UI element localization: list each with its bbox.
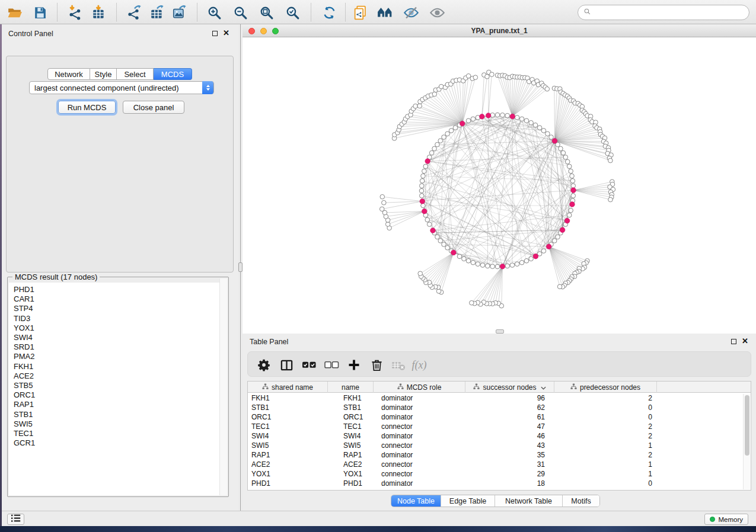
memory-button[interactable]: Memory: [704, 514, 748, 525]
cell: PHD1: [328, 479, 374, 488]
search-box[interactable]: [578, 5, 749, 20]
mcds-result-item[interactable]: RAP1: [14, 400, 219, 409]
tab-select[interactable]: Select: [117, 68, 154, 80]
export-image-icon[interactable]: [171, 4, 189, 21]
column-header-name[interactable]: name: [328, 382, 374, 393]
control-panel-float-icon[interactable]: [212, 31, 218, 36]
zoom-out-icon[interactable]: [231, 4, 249, 21]
save-session-icon[interactable]: [31, 4, 49, 21]
mcds-result-item[interactable]: STP4: [14, 304, 219, 313]
mcds-result-item[interactable]: PMA2: [14, 352, 219, 361]
delete-column-icon[interactable]: [369, 357, 384, 373]
cell: dominator: [374, 403, 465, 412]
cell: ACE2: [248, 460, 328, 469]
horizontal-splitter-handle[interactable]: [496, 329, 504, 334]
table-row[interactable]: YOX1YOX1connector291: [248, 469, 743, 479]
first-neighbors-icon[interactable]: [376, 4, 394, 21]
cell: 46: [465, 431, 554, 441]
cell: SWI4: [328, 431, 374, 441]
column-header-shared-name[interactable]: shared name: [248, 382, 328, 393]
cell: RAP1: [328, 450, 374, 460]
export-table-icon[interactable]: [148, 4, 166, 21]
table-row[interactable]: ACE2ACE2connector311: [248, 460, 743, 469]
mcds-result-item[interactable]: GCR1: [14, 438, 219, 448]
new-network-from-selection-icon[interactable]: [351, 4, 369, 21]
network-canvas[interactable]: [243, 37, 756, 334]
mcds-result-item[interactable]: YOX1: [14, 323, 219, 333]
show-all-icon[interactable]: [428, 4, 446, 21]
mcds-result-item[interactable]: STB1: [14, 410, 219, 419]
hide-selected-icon[interactable]: [402, 4, 420, 21]
import-table-icon[interactable]: [90, 4, 108, 21]
control-panel-close-icon[interactable]: ✕: [223, 30, 229, 36]
cell: 2: [554, 393, 657, 403]
table-row[interactable]: TEC1TEC1connector472: [248, 422, 743, 431]
tab-mcds[interactable]: MCDS: [154, 68, 192, 80]
show-columns-icon[interactable]: [279, 357, 294, 373]
cell: 35: [465, 450, 554, 460]
splitter-handle[interactable]: [238, 262, 243, 272]
network-graph[interactable]: [243, 37, 756, 334]
vertical-splitter[interactable]: [238, 24, 243, 511]
mcds-result-item[interactable]: SRD1: [14, 342, 219, 352]
network-window-titlebar[interactable]: YPA_prune.txt_1: [243, 24, 756, 37]
desktop-wallpaper-strip: [0, 526, 756, 532]
cell: PHD1: [248, 479, 328, 488]
tab-network-table[interactable]: Network Table: [495, 495, 562, 507]
apply-layout-icon[interactable]: [320, 4, 338, 21]
zoom-fit-icon[interactable]: [257, 4, 275, 21]
export-network-icon[interactable]: [126, 4, 143, 21]
column-header-successor-nodes[interactable]: successor nodes: [465, 382, 554, 393]
mcds-result-item[interactable]: ACE2: [14, 371, 219, 381]
task-history-button[interactable]: [7, 514, 24, 525]
table-row[interactable]: SWI5SWI5connector431: [248, 441, 743, 450]
mcds-result-item[interactable]: STB5: [14, 381, 219, 390]
tab-motifs[interactable]: Motifs: [562, 495, 599, 507]
mcds-result-item[interactable]: ORC1: [14, 390, 219, 400]
table-row[interactable]: STB1STB1dominator620: [248, 403, 743, 412]
table-scrollbar[interactable]: [743, 394, 750, 489]
mcds-result-title: MCDS result (17 nodes): [12, 273, 100, 281]
table-row[interactable]: SWI4SWI4dominator462: [248, 431, 743, 441]
column-header-predecessor-nodes[interactable]: predecessor nodes: [554, 382, 657, 393]
mcds-list-scrollbar[interactable]: [219, 278, 227, 495]
cell: SWI5: [328, 441, 374, 450]
select-all-icon[interactable]: [301, 357, 317, 373]
open-file-icon[interactable]: [6, 4, 24, 21]
table-options-icon[interactable]: [256, 357, 272, 373]
mcds-result-item[interactable]: CAR1: [14, 294, 219, 304]
tab-edge-table[interactable]: Edge Table: [441, 495, 495, 507]
mcds-result-item[interactable]: TEC1: [14, 429, 219, 438]
search-input[interactable]: [594, 8, 742, 17]
toolbar-separator: [345, 3, 346, 21]
table-panel-float-icon[interactable]: [731, 339, 736, 344]
zoom-selected-icon[interactable]: [283, 4, 301, 21]
mcds-result-item[interactable]: SWI5: [14, 419, 219, 429]
optimization-select[interactable]: largest connected component (undirected): [29, 81, 214, 94]
table-row[interactable]: PHD1PHD1dominator180: [248, 479, 743, 488]
search-icon: [583, 7, 591, 18]
table-row[interactable]: RAP1RAP1dominator352: [248, 450, 743, 460]
import-network-icon[interactable]: [66, 4, 84, 21]
mcds-result-item[interactable]: TID3: [14, 314, 219, 323]
table-row[interactable]: ORC1ORC1dominator610: [248, 412, 743, 422]
cell: connector: [374, 422, 465, 431]
run-mcds-button[interactable]: Run MCDS: [58, 101, 116, 114]
mcds-tab-panel: Optimization criterion: largest connecte…: [6, 56, 234, 273]
tab-node-table[interactable]: Node Table: [391, 495, 441, 507]
column-header-MCDS-role[interactable]: MCDS role: [374, 382, 465, 393]
cell: 61: [465, 412, 554, 422]
tab-network[interactable]: Network: [47, 68, 90, 80]
unselect-all-icon[interactable]: [324, 357, 339, 373]
mcds-result-item[interactable]: FKH1: [14, 362, 219, 371]
table-scrollbar-thumb[interactable]: [745, 395, 749, 456]
table-panel-close-icon[interactable]: ✕: [742, 338, 748, 344]
close-panel-button[interactable]: Close panel: [123, 101, 184, 114]
zoom-in-icon[interactable]: [205, 4, 223, 21]
add-column-icon[interactable]: [346, 357, 362, 373]
table-row[interactable]: FKH1FKH1dominator962: [248, 393, 743, 403]
mcds-result-item[interactable]: PHD1: [14, 285, 219, 294]
node-table: shared namenameMCDS rolesuccessor nodesp…: [247, 381, 751, 491]
tab-style[interactable]: Style: [90, 68, 117, 80]
mcds-result-item[interactable]: SWI4: [14, 333, 219, 342]
